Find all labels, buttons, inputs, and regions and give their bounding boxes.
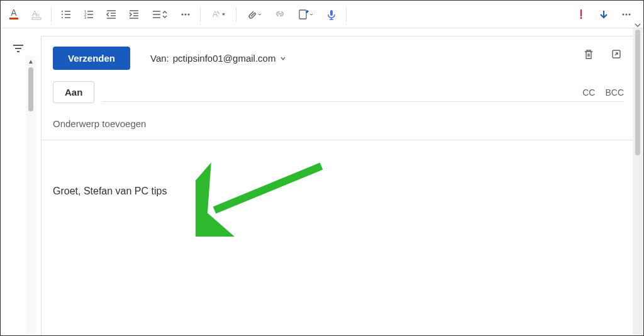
clear-formatting-button[interactable]: A [204, 4, 232, 25]
signature-button[interactable] [292, 4, 319, 25]
numbered-list-button[interactable]: 123 [78, 4, 99, 25]
cc-button[interactable]: CC [582, 87, 595, 98]
svg-point-5 [62, 11, 63, 12]
svg-text:A: A [213, 9, 218, 19]
bcc-button[interactable]: BCC [605, 87, 624, 98]
svg-rect-32 [299, 10, 306, 19]
page-scrollbar[interactable] [633, 28, 643, 335]
svg-point-35 [626, 13, 628, 15]
to-button[interactable]: Aan [53, 81, 94, 103]
svg-text:3: 3 [84, 16, 87, 20]
formatting-toolbar: A Ab 123 A [1, 1, 643, 28]
attach-button[interactable] [240, 4, 268, 25]
bullet-list-button[interactable] [55, 4, 77, 25]
svg-point-7 [62, 14, 63, 15]
importance-button[interactable] [570, 4, 592, 25]
svg-point-30 [188, 13, 190, 15]
message-list-sidebar: ▲ [1, 28, 36, 335]
popout-button[interactable] [609, 47, 624, 62]
svg-rect-4 [32, 18, 41, 20]
svg-rect-33 [330, 10, 333, 16]
dictate-button[interactable] [321, 4, 342, 25]
svg-point-29 [185, 13, 187, 15]
svg-rect-1 [9, 18, 18, 20]
increase-indent-button[interactable] [123, 4, 145, 25]
svg-text:A: A [11, 8, 17, 18]
highlight-button[interactable]: Ab [26, 4, 47, 25]
link-button[interactable] [269, 4, 291, 25]
svg-text:b: b [36, 12, 40, 18]
sidebar-scrollbar[interactable]: ▲ [26, 56, 36, 335]
send-button[interactable]: Verzenden [53, 47, 130, 70]
signature-text: Groet, Stefan van PC tips [53, 186, 167, 196]
font-color-button[interactable]: A [3, 4, 25, 25]
svg-point-9 [62, 17, 63, 18]
discard-button[interactable] [581, 47, 596, 62]
svg-point-34 [623, 13, 625, 15]
svg-point-28 [182, 13, 184, 15]
line-spacing-button[interactable] [146, 4, 174, 25]
decrease-indent-button[interactable] [101, 4, 122, 25]
svg-point-36 [629, 13, 631, 15]
from-label: Van: [150, 53, 169, 64]
more-formatting-button[interactable] [175, 4, 196, 25]
from-email[interactable]: pctipsinfo01@gmail.com [173, 53, 276, 64]
subject-input[interactable] [53, 118, 624, 129]
body-editor[interactable]: Groet, Stefan van PC tips [42, 140, 635, 208]
compose-panel: Verzenden Van: pctipsinfo01@gmail.com Aa… [41, 36, 636, 335]
download-button[interactable] [593, 4, 614, 25]
chevron-down-icon[interactable] [279, 55, 287, 62]
